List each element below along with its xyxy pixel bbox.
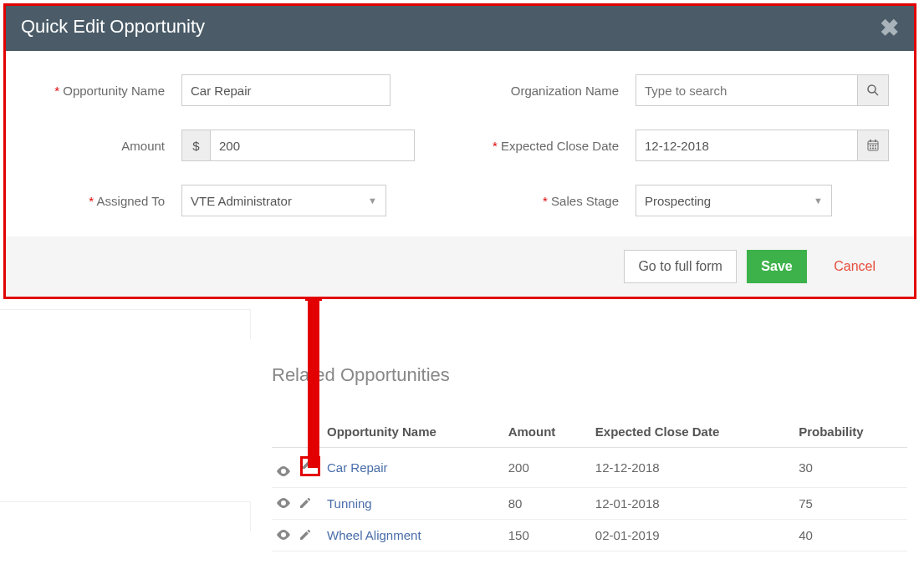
opportunity-link[interactable]: Car Repair [322,448,503,488]
organization-search-input[interactable] [636,74,857,106]
cell-amount: 200 [503,448,590,488]
quick-edit-modal: Quick Edit Opportunity ✖ Opportunity Nam… [3,3,916,299]
cell-prob: 40 [794,520,907,551]
field-organization-name: Organization Name [485,74,889,106]
calendar-icon [867,140,879,151]
opportunity-link[interactable]: Wheel Alignment [322,520,503,551]
table-row: Car Repair 200 12-12-2018 30 [272,448,907,488]
save-button[interactable]: Save [747,250,806,283]
col-close: Expected Close Date [590,416,794,448]
sidebar-hint [0,309,251,339]
sidebar-hint-2 [0,501,251,531]
related-table: Opportunity Name Amount Expected Close D… [272,416,907,551]
related-title: Related Opportunities [272,364,907,386]
eye-icon[interactable] [277,530,292,540]
canvas: Related Opportunities Opportunity Name A… [0,0,924,564]
field-amount: Amount $ [31,130,435,161]
col-amount: Amount [503,416,590,448]
col-prob: Probability [794,416,907,448]
table-row: Wheel Alignment 150 02-01-2019 40 [272,520,907,551]
assigned-to-value: VTE Administrator [191,194,292,208]
cell-amount: 80 [503,488,590,520]
modal-header: Quick Edit Opportunity ✖ [6,6,914,51]
field-opportunity-name: Opportunity Name [31,74,435,106]
modal-title: Quick Edit Opportunity [21,16,899,38]
opportunity-link[interactable]: Tunning [322,488,503,520]
cell-close: 02-01-2019 [590,520,794,551]
sales-stage-value: Prospecting [645,194,711,208]
field-sales-stage: Sales Stage Prospecting ▼ [485,185,889,216]
table-row: Tunning 80 12-01-2018 75 [272,488,907,520]
edit-icon[interactable] [300,498,315,508]
assigned-to-select[interactable]: VTE Administrator ▼ [181,185,386,216]
sales-stage-select[interactable]: Prospecting ▼ [636,185,832,216]
annotation-connector [308,301,319,468]
label-sales-stage: Sales Stage [485,194,636,208]
chevron-down-icon: ▼ [814,196,823,206]
chevron-down-icon: ▼ [368,196,377,206]
col-name: Opportunity Name [322,416,503,448]
cell-close: 12-12-2018 [590,448,794,488]
close-icon[interactable]: ✖ [880,14,899,42]
label-assigned-to: Assigned To [31,194,181,208]
amount-input[interactable] [210,130,415,161]
label-expected-close-date: Expected Close Date [485,139,636,153]
cell-amount: 150 [503,520,590,551]
svg-point-0 [868,85,876,93]
cell-close: 12-01-2018 [590,488,794,520]
label-amount: Amount [31,139,181,153]
label-organization-name: Organization Name [485,84,636,98]
eye-icon[interactable] [277,498,292,508]
search-icon [867,84,879,96]
cell-prob: 75 [794,488,907,520]
modal-body: Opportunity Name Organization Name [6,51,914,236]
full-form-button[interactable]: Go to full form [624,250,736,283]
edit-icon[interactable] [300,530,315,540]
search-button[interactable] [857,74,889,106]
label-opportunity-name: Opportunity Name [31,84,181,98]
opportunity-name-input[interactable] [181,74,391,106]
svg-line-1 [875,92,878,95]
eye-icon[interactable] [277,466,292,476]
expected-close-date-input[interactable] [636,130,857,161]
currency-addon: $ [181,130,210,161]
datepicker-button[interactable] [857,130,889,161]
field-expected-close-date: Expected Close Date [485,130,889,161]
modal-footer: Go to full form Save Cancel [6,236,914,297]
field-assigned-to: Assigned To VTE Administrator ▼ [31,185,435,216]
cell-prob: 30 [794,448,907,488]
related-opportunities-panel: Related Opportunities Opportunity Name A… [272,364,907,551]
cancel-button[interactable]: Cancel [820,250,889,283]
